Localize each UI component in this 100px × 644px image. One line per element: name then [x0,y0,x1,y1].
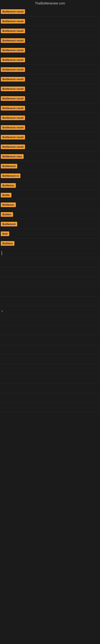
single-char-text: c [1,310,3,312]
bottleneck-result-badge[interactable]: Bottleneck result [1,9,25,14]
list-item: Bottleneck result [0,7,100,16]
list-item [0,384,100,393]
bottleneck-result-badge[interactable]: Bottleneck result [1,144,25,149]
list-item: Bottleneck result [0,132,100,142]
list-item: Bottleneck result [0,65,100,74]
list-item: Bottleneck result [0,46,100,55]
bottleneck-result-badge[interactable]: Bottleneck result [1,67,25,72]
list-item: Bottleneck resu [0,152,100,162]
list-item: Bottleneck result [0,142,100,152]
list-item: Bottleneck result [0,16,100,26]
bottleneck-result-badge[interactable]: Bottleneck result [1,106,25,110]
bottleneck-result-badge[interactable]: Bottlen [1,212,13,217]
bottleneck-result-badge[interactable]: Bottleneck result [1,116,25,120]
list-item: Bottleneck result [0,113,100,123]
bottleneck-result-badge[interactable]: Bottleneck result [1,77,25,82]
cursor-indicator [1,251,2,255]
list-item [0,316,100,326]
bottleneck-result-badge[interactable]: Bottleneck resu [1,154,24,159]
list-item [0,374,100,384]
bottleneck-result-badge[interactable]: Bottleneck [1,164,17,168]
list-item [0,326,100,335]
list-item: Bottleneck result [0,74,100,84]
bottleneck-result-badge[interactable]: Bottlene [1,241,14,246]
list-item: Bottleneck result [0,55,100,65]
list-item: Bottleneck [0,162,100,171]
list-item: Bottleneck re [0,171,100,181]
list-item [0,354,100,364]
list-item [0,248,100,258]
list-item [0,335,100,345]
bottleneck-result-badge[interactable]: Bottleneck re [1,174,20,178]
list-item [0,258,100,268]
list-item [0,345,100,354]
bottleneck-result-badge[interactable]: Bott [1,232,9,236]
list-item: Bottlen [0,210,100,219]
bottleneck-result-badge[interactable]: Bottleneck result [1,19,25,24]
list-item: Bottleneck result [0,104,100,113]
list-item: Bottle [0,190,100,200]
bottleneck-result-badge[interactable]: Bottleneck result [1,125,25,130]
list-item: Bottleneck result [0,84,100,94]
list-item: Bottleneck result [0,123,100,132]
bottleneck-result-badge[interactable]: Bottleneck [1,222,17,226]
list-item [0,277,100,287]
bottleneck-result-badge[interactable]: Bottleneck result [1,38,25,43]
list-item: Bottleneck result [0,36,100,46]
list-item: Bott [0,229,100,239]
list-item: Bottlene [0,239,100,248]
bottleneck-result-badge[interactable]: Bottleneck result [1,86,25,91]
bottleneck-result-badge[interactable]: Bottle [1,193,11,198]
list-item [0,393,100,403]
list-item: Bottlenec [0,181,100,190]
list-item: Bottleneck result [0,26,100,36]
bottleneck-result-badge[interactable]: Bottleneck result [1,135,25,140]
bottleneck-result-badge[interactable]: Bottleneck result [1,58,25,62]
bottleneck-result-badge[interactable]: Bottleneck result [1,48,25,52]
list-item: Bottleneck result [0,94,100,104]
list-item [0,268,100,277]
bottleneck-result-badge[interactable]: Bottleneck result [1,28,25,33]
bottleneck-result-badge[interactable]: Bottleneck result [1,96,25,101]
bottleneck-result-badge[interactable]: Bottlenec [1,183,16,188]
list-item: Bottleneck [0,219,100,229]
list-item [0,364,100,374]
site-title: TheBottlenecker.com [0,0,100,7]
list-item [0,287,100,297]
list-item [0,403,100,412]
list-item: c [0,306,100,316]
bottleneck-result-badge[interactable]: Bottlenec [1,202,16,207]
rows-container: Bottleneck resultBottleneck resultBottle… [0,7,100,412]
list-item: Bottlenec [0,200,100,210]
list-item [0,297,100,306]
